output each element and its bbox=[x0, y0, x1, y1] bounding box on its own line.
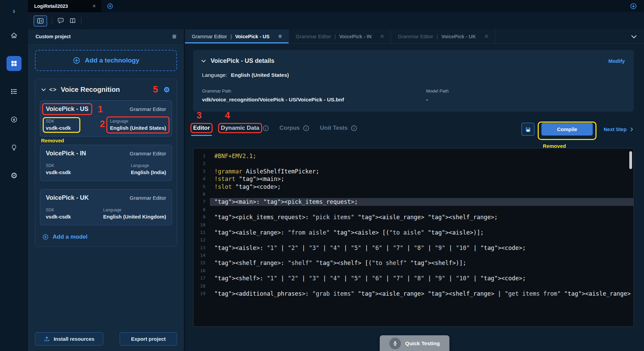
download-icon[interactable] bbox=[630, 2, 637, 10]
downloads-icon[interactable] bbox=[6, 112, 22, 127]
tab-grammar-editor-uk[interactable]: Grammar Editor | VoicePick - UK ≡ bbox=[391, 29, 495, 43]
sidebar-title: Custom project bbox=[36, 34, 71, 39]
grammar-path-label: Grammar Path bbox=[202, 88, 426, 94]
model-sdk: SDK vsdk-csdk bbox=[46, 208, 71, 220]
tab-editor[interactable]: 3 Editor bbox=[193, 123, 210, 136]
model-language: Language English (United States) bbox=[110, 119, 166, 131]
grammar-path-value: vdk/voice_recognition/VoicePick - US/Voi… bbox=[202, 97, 426, 103]
model-language: Language English (United Kingdom) bbox=[103, 208, 166, 220]
compile-wrap: Compile Removed bbox=[541, 123, 593, 136]
dashboard-icon[interactable] bbox=[6, 56, 22, 71]
model-name: VoicePick - IN bbox=[46, 150, 86, 157]
project-tab[interactable]: LogiRetail2023 × bbox=[28, 0, 101, 12]
quick-testing-button[interactable]: Quick Testing bbox=[379, 335, 449, 351]
voice-recognition-section: <> Voice Recognition 5 ⚙ VoicePick - US … bbox=[35, 79, 177, 247]
info-icon[interactable]: i bbox=[303, 125, 309, 131]
info-icon[interactable]: i bbox=[351, 125, 357, 131]
tab-grammar-editor-in[interactable]: Grammar Editor | VoicePick - IN ≡ bbox=[289, 29, 391, 43]
annotation-3: 3 bbox=[197, 111, 202, 120]
modify-button[interactable]: Modify bbox=[608, 58, 625, 64]
add-technology-button[interactable]: Add a technology bbox=[35, 50, 177, 71]
expand-rail-icon[interactable]: › bbox=[13, 8, 15, 15]
tab-editor-label: Editor bbox=[193, 125, 210, 131]
editor-scrollbar-thumb[interactable] bbox=[629, 151, 632, 169]
feedback-chat-icon[interactable] bbox=[57, 17, 64, 24]
toggle-sidebar-icon[interactable] bbox=[33, 15, 47, 27]
code-icon: <> bbox=[49, 86, 57, 93]
tab-dynamic-data[interactable]: 4 Dynamic Data i bbox=[221, 123, 268, 136]
model-language: Language English (India) bbox=[131, 163, 166, 175]
sidebar-footer: Install resources Export project bbox=[28, 332, 184, 351]
add-tab-icon[interactable] bbox=[107, 3, 113, 10]
language-value: English (United Kingdom) bbox=[103, 214, 166, 220]
model-path-label: Model Path bbox=[426, 88, 625, 94]
info-icon[interactable]: i bbox=[263, 125, 269, 131]
annotation-removed-sdk: Removed bbox=[41, 138, 64, 143]
project-tab-title: LogiRetail2023 bbox=[34, 3, 68, 9]
sdk-value: vsdk-csdk bbox=[46, 125, 71, 131]
language-value: English (United States) bbox=[110, 125, 166, 131]
content-area: Custom project ≡ Add a technology <> Voi… bbox=[28, 29, 644, 351]
tab-corpus[interactable]: Corpus i bbox=[280, 123, 309, 136]
model-type: Grammar Editor bbox=[130, 151, 166, 156]
quick-testing-label: Quick Testing bbox=[405, 340, 440, 347]
export-project-button[interactable]: Export project bbox=[120, 332, 177, 346]
save-button[interactable] bbox=[521, 123, 535, 136]
tab-dynamic-data-label: Dynamic Data bbox=[221, 125, 259, 131]
close-tab-icon[interactable]: × bbox=[93, 3, 96, 9]
language-label: Language: bbox=[202, 72, 227, 78]
home-icon[interactable] bbox=[6, 28, 22, 43]
model-name: VoicePick - US bbox=[46, 106, 89, 113]
ideas-lightbulb-icon[interactable] bbox=[6, 140, 22, 155]
section-title: Voice Recognition bbox=[61, 86, 120, 94]
tab-menu-icon[interactable]: ≡ bbox=[380, 33, 384, 39]
models-list-icon[interactable] bbox=[6, 84, 22, 99]
sidebar-body: Add a technology <> Voice Recognition 5 … bbox=[28, 44, 184, 332]
chevron-right-icon bbox=[629, 127, 633, 131]
model-type: Grammar Editor bbox=[130, 195, 166, 201]
divider bbox=[52, 17, 52, 25]
grammar-code-editor[interactable]: 12345678910111213141516171819 #BNF+EMV2.… bbox=[193, 148, 634, 327]
model-path: Model Path - bbox=[426, 88, 625, 103]
next-step-button[interactable]: Next Step bbox=[604, 127, 632, 132]
project-sidebar: Custom project ≡ Add a technology <> Voi… bbox=[28, 29, 185, 351]
voice-recognition-settings-icon[interactable]: ⚙ bbox=[163, 86, 170, 93]
model-card-voicepick-us[interactable]: VoicePick - US 1 Grammar Editor 2 SDK vs… bbox=[40, 100, 172, 137]
language-label: Language bbox=[110, 119, 166, 124]
tab-menu-icon[interactable]: ≡ bbox=[278, 33, 282, 39]
sdk-label: SDK bbox=[46, 119, 71, 124]
voice-recognition-header[interactable]: <> Voice Recognition 5 ⚙ bbox=[40, 84, 172, 100]
model-sdk: SDK vsdk-csdk bbox=[46, 119, 71, 131]
model-path-value: - bbox=[426, 97, 625, 103]
model-card-voicepick-in[interactable]: VoicePick - IN Grammar Editor SDK vsdk-c… bbox=[40, 145, 172, 181]
editor-toolbar: 3 Editor 4 Dynamic Data i Corpus i bbox=[193, 123, 634, 136]
tab-grammar-editor-us[interactable]: Grammar Editor | VoicePick - US ≡ bbox=[185, 29, 289, 43]
secondary-toolbar bbox=[28, 12, 644, 29]
tab-unit-tests[interactable]: Unit Tests i bbox=[320, 123, 357, 136]
tab-list-dropdown-icon[interactable] bbox=[624, 29, 644, 43]
compile-button[interactable]: Compile bbox=[541, 123, 593, 136]
editor-code[interactable]: #BNF+EMV2.1; !grammar AisleShelfItemPick… bbox=[210, 149, 633, 326]
editor-gutter: 12345678910111213141516171819 bbox=[193, 149, 210, 326]
add-model-label: Add a model bbox=[53, 234, 88, 240]
model-card-voicepick-uk[interactable]: VoicePick - UK Grammar Editor SDK vsdk-c… bbox=[40, 189, 172, 225]
sdk-value: vsdk-csdk bbox=[46, 169, 71, 175]
add-model-button[interactable]: Add a model bbox=[42, 234, 88, 240]
documentation-book-icon[interactable] bbox=[69, 17, 76, 24]
chevron-down-icon bbox=[41, 87, 46, 91]
install-resources-button[interactable]: Install resources bbox=[35, 332, 103, 346]
tab-menu-icon[interactable]: ≡ bbox=[485, 33, 488, 39]
collapse-details-icon[interactable] bbox=[201, 58, 206, 62]
annotation-4: 4 bbox=[225, 111, 230, 120]
model-name: VoicePick - UK bbox=[46, 194, 89, 201]
tab-unit-tests-label: Unit Tests bbox=[320, 125, 348, 131]
right-column: LogiRetail2023 × bbox=[28, 0, 644, 351]
language-label: Language bbox=[103, 208, 166, 212]
settings-gear-icon[interactable]: ⚙ bbox=[6, 168, 22, 183]
sidebar-menu-icon[interactable]: ≡ bbox=[172, 33, 176, 40]
app-window: › ⚙ LogiRetail2023 × bbox=[0, 0, 644, 351]
details-panel: VoicePick - US details Modify Language: … bbox=[193, 50, 634, 112]
main-scroll: VoicePick - US details Modify Language: … bbox=[185, 44, 644, 351]
language-value: English (United States) bbox=[231, 72, 289, 78]
language-value: English (India) bbox=[131, 169, 166, 175]
